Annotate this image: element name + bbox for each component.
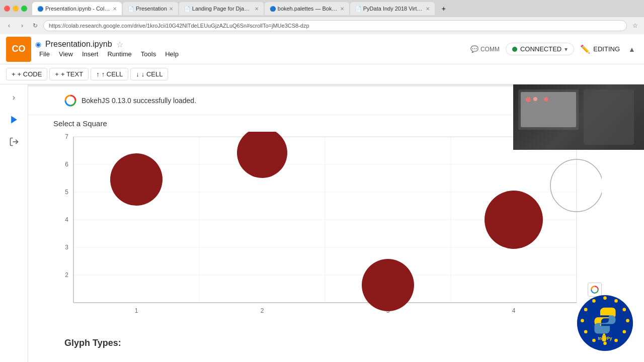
menu-help[interactable]: Help [161, 49, 183, 59]
address-bar[interactable]: https://colab.research.google.com/drive/… [43, 20, 627, 31]
move-cell-down-button[interactable]: ↓ ↓ CELL [130, 68, 168, 80]
plus-text-icon: + [55, 70, 59, 78]
glyph-types-label: Glyph Types: [64, 338, 121, 348]
svg-text:4: 4 [512, 307, 516, 314]
run-cell-button[interactable] [5, 111, 23, 129]
forward-button[interactable]: › [17, 21, 27, 31]
svg-point-32 [622, 308, 626, 311]
menu-runtime[interactable]: Runtime [103, 49, 135, 59]
svg-point-42 [601, 310, 604, 313]
scatter-point-3[interactable] [362, 259, 414, 311]
colab-title-area: ◉ Presentation.ipynb ☆ File View Insert … [35, 40, 466, 59]
cell-down-label: ↓ CELL [141, 70, 163, 78]
colab-header: CO ◉ Presentation.ipynb ☆ File View Inse… [0, 34, 644, 64]
tab-close-icon[interactable]: ✕ [113, 6, 117, 12]
bookmark-button[interactable]: ☆ [630, 21, 640, 31]
palette-icon [590, 285, 599, 294]
bokeh-icon [64, 95, 76, 107]
svg-point-33 [626, 319, 629, 322]
connected-dropdown-icon[interactable]: ▾ [565, 46, 568, 53]
svg-point-43 [606, 329, 609, 332]
toggle-sidebar-button[interactable]: › [5, 88, 23, 107]
svg-point-36 [603, 341, 607, 345]
svg-rect-45 [602, 335, 606, 341]
colab-menus: File View Insert Runtime Tools Help [35, 49, 466, 59]
scatter-point-1[interactable] [110, 153, 163, 206]
colab-app: CO ◉ Presentation.ipynb ☆ File View Inse… [0, 34, 644, 362]
add-text-button[interactable]: + + TEXT [49, 68, 89, 80]
svg-point-30 [603, 296, 607, 300]
cell-output-button[interactable] [5, 133, 23, 151]
colab-logo-text: CO [12, 44, 26, 54]
chart-svg[interactable]: 7 6 5 4 3 2 1 2 3 4 [48, 132, 602, 328]
tab-landing-page[interactable]: 📄 Landing Page for Django Boke... ✕ [179, 2, 264, 15]
svg-text:2: 2 [65, 272, 68, 279]
new-tab-button[interactable]: + [438, 3, 450, 15]
svg-point-34 [622, 330, 626, 333]
indypy-badge-svg: IndyPy [576, 294, 634, 352]
svg-point-35 [614, 339, 618, 342]
back-button[interactable]: ‹ [4, 21, 14, 31]
connected-label: CONNECTED [520, 45, 561, 53]
comment-button[interactable]: 💬 COMM [470, 45, 500, 53]
editing-label: EDITING [593, 45, 620, 53]
menu-view[interactable]: View [55, 49, 77, 59]
colab-filename: ◉ Presentation.ipynb ☆ [35, 40, 466, 49]
svg-text:3: 3 [65, 244, 68, 251]
comment-label: COMM [480, 46, 500, 53]
code-btn-label: + CODE [18, 70, 42, 78]
tab-pydata[interactable]: 📄 PyData Indy 2018 Virtual Con... ✕ [350, 2, 435, 15]
tab-bokeh-palettes[interactable]: 🔵 bokeh.palettes — Bokeh 0.13... ✕ [265, 2, 349, 15]
arrow-down-icon: ↓ [136, 70, 139, 78]
filename-text: Presentation.ipynb [45, 40, 112, 49]
browser-tabs: 🔵 Presentation.ipynb - Collabora... ✕ 📄 … [0, 0, 644, 17]
tab-presentation[interactable]: 📄 Presentation ✕ [123, 2, 178, 15]
video-overlay [513, 84, 644, 150]
menu-insert[interactable]: Insert [78, 49, 103, 59]
svg-point-41 [592, 299, 596, 303]
editing-badge: ✏️ EDITING [580, 44, 620, 54]
menu-file[interactable]: File [35, 49, 54, 59]
svg-text:4: 4 [65, 216, 68, 223]
chart-wrapper: 7 6 5 4 3 2 1 2 3 4 [48, 132, 602, 330]
comment-icon: 💬 [470, 45, 478, 53]
browser-nav: ‹ › ↻ https://colab.research.google.com/… [0, 17, 644, 34]
scatter-point-4[interactable] [485, 191, 543, 249]
svg-point-38 [584, 330, 588, 333]
tab-presentation-ipynb[interactable]: 🔵 Presentation.ipynb - Collabora... ✕ [32, 2, 122, 15]
svg-text:7: 7 [65, 133, 68, 140]
svg-point-37 [592, 339, 596, 342]
svg-text:2: 2 [261, 307, 264, 314]
colab-toolbar: + + CODE + + TEXT ↑ ↑ CELL ↓ ↓ CELL [0, 64, 644, 84]
colab-main: › [0, 84, 644, 362]
svg-text:6: 6 [65, 161, 68, 168]
refresh-button[interactable]: ↻ [30, 21, 40, 31]
collapse-button[interactable]: ▲ [626, 43, 638, 55]
tab-close-3-icon[interactable]: ✕ [255, 6, 259, 12]
move-cell-up-button[interactable]: ↑ ↑ CELL [91, 68, 128, 80]
colab-logo: CO [6, 37, 31, 62]
svg-text:1: 1 [135, 307, 138, 314]
indypy-badge: IndyPy [576, 294, 634, 352]
tab-close-2-icon[interactable]: ✕ [169, 6, 173, 12]
colab-header-right: 💬 COMM CONNECTED ▾ ✏️ EDITING ▲ [470, 43, 638, 55]
text-btn-label: + TEXT [61, 70, 83, 78]
bokeh-message-text: BokehJS 0.13.0 successfully loaded. [82, 97, 196, 105]
arrow-up-icon: ↑ [96, 70, 100, 78]
connected-dot [512, 47, 517, 52]
add-code-button[interactable]: + + CODE [6, 68, 47, 80]
cell-up-label: ↑ CELL [102, 70, 123, 78]
tab-close-5-icon[interactable]: ✕ [426, 6, 430, 12]
svg-marker-0 [11, 116, 17, 124]
svg-point-40 [584, 308, 588, 311]
colab-sidebar: › [0, 84, 28, 362]
connected-badge[interactable]: CONNECTED ▾ [506, 43, 574, 55]
star-icon[interactable]: ☆ [116, 40, 123, 49]
menu-tools[interactable]: Tools [137, 49, 160, 59]
drive-icon: ◉ [35, 40, 41, 48]
svg-point-31 [614, 299, 618, 303]
browser-chrome: 🔵 Presentation.ipynb - Collabora... ✕ 📄 … [0, 0, 644, 34]
pencil-icon: ✏️ [580, 44, 590, 54]
tab-close-4-icon[interactable]: ✕ [340, 6, 344, 12]
glyph-types-heading: Glyph Types: [28, 334, 644, 350]
